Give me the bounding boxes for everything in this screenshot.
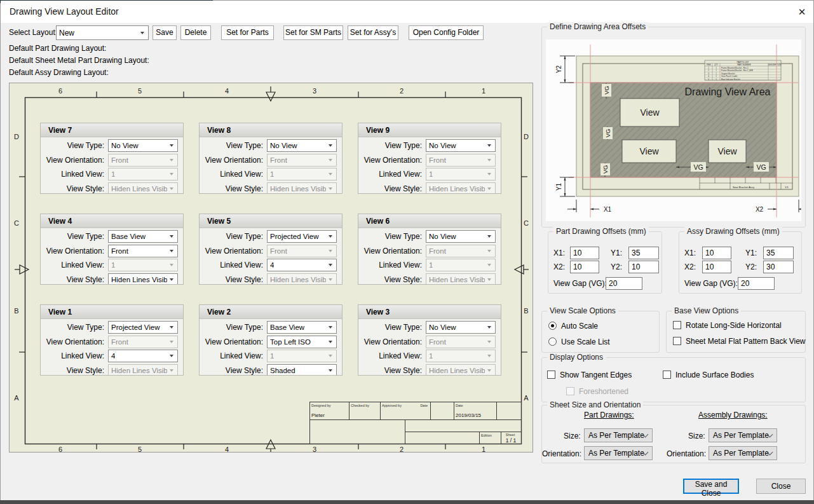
view-orientation-value: Front xyxy=(270,247,287,255)
view-7-view-type-combo[interactable]: No View xyxy=(108,139,178,152)
view-5-view-type-combo[interactable]: Projected View xyxy=(267,230,337,243)
view-4-view-style-combo[interactable]: Hiden Lines Visible xyxy=(108,273,178,285)
save-button[interactable]: Save xyxy=(153,25,177,40)
rotate-long-side-checkbox[interactable] xyxy=(673,321,681,329)
open-config-folder-button[interactable]: Open Config Folder xyxy=(409,25,484,40)
assy-x2-label: X2: xyxy=(684,262,696,271)
assembly-orientation-combo[interactable]: As Per Template xyxy=(709,446,777,460)
default-sheet-metal-layout-label: Default Sheet Metal Part Drawing Layout: xyxy=(9,56,149,65)
view-type-value: No View xyxy=(111,142,139,149)
view-orientation-value: Front xyxy=(111,156,128,164)
view-style-value: Hiden Lines Visible xyxy=(270,276,326,283)
zone-marking: 5 xyxy=(138,446,142,452)
view-7-view-orientation-combo: Front xyxy=(108,154,178,167)
use-scale-list-label: Use Scale List xyxy=(561,337,610,346)
linked-view-value: 1 xyxy=(429,261,433,269)
view-6-view-orientation-combo: Front xyxy=(426,245,496,257)
assembly-size-label: Size: xyxy=(688,432,705,440)
auto-scale-radio[interactable] xyxy=(548,322,557,330)
view-9-view-type-combo[interactable]: No View xyxy=(426,139,496,152)
view-5-view-orientation-combo: Front xyxy=(267,245,337,257)
zone-marking: 4 xyxy=(225,87,229,95)
view-1-view-type-combo[interactable]: Projected View xyxy=(108,321,178,334)
view-1-view-style-combo: Hiden Lines Visible xyxy=(108,364,178,376)
view-8-linked-view-combo: 1 xyxy=(267,168,337,180)
part-orientation-combo[interactable]: As Per Template xyxy=(584,446,653,460)
zone-marking: PART NUMBER xyxy=(737,64,751,66)
view-orientation-value: Front xyxy=(429,156,446,164)
set-for-assy-s-button[interactable]: Set for Assy's xyxy=(348,25,398,40)
view-3-view-type-combo[interactable]: No View xyxy=(426,321,496,334)
include-surface-bodies-checkbox[interactable] xyxy=(663,371,671,379)
view-style-label: View Style: xyxy=(41,366,104,375)
assy-vg-input[interactable]: 20 xyxy=(738,277,775,290)
zone-marking: Rear Indicator Bracket xyxy=(721,78,740,81)
save-and-close-button[interactable]: Save and Close xyxy=(683,479,739,494)
view-5-linked-view-combo[interactable]: 4 xyxy=(267,259,337,271)
view-6-group: View 6View Type:No ViewView Orientation:… xyxy=(358,214,501,285)
linked-view-label: Linked View: xyxy=(200,170,263,179)
base-view-options-title: Base View Options xyxy=(672,306,741,315)
part-x2-input[interactable]: 10 xyxy=(570,261,599,273)
view-orientation-value: Top Left ISO xyxy=(270,338,311,346)
part-vg-input[interactable]: 20 xyxy=(606,277,642,290)
svg-text:X1: X1 xyxy=(604,206,612,213)
assy-y1-label: Y1: xyxy=(745,249,757,257)
include-surface-bodies-label: Include Surface Bodies xyxy=(675,371,754,379)
assy-y1-input[interactable]: 35 xyxy=(763,247,794,259)
sheet-size-orientation-title: Sheet Size and Orientation xyxy=(547,400,643,409)
define-drawing-area-offsets-group: Define Drawing Area Offsets Drawing View… xyxy=(541,27,806,228)
view-4-view-type-combo[interactable]: Base View xyxy=(108,230,178,243)
view-type-label: View Type: xyxy=(358,323,422,332)
view-2-view-orientation-combo[interactable]: Top Left ISO xyxy=(267,336,337,348)
select-layout-combo[interactable]: New xyxy=(56,25,149,40)
view-1-linked-view-combo[interactable]: 4 xyxy=(108,350,178,362)
delete-button[interactable]: Delete xyxy=(180,25,211,40)
drawing-sheet-preview: 665544332211DDCCBBAA Designed by Pieter … xyxy=(9,83,533,453)
set-for-sm-parts-button[interactable]: Set for SM Parts xyxy=(283,25,343,40)
part-y1-input[interactable]: 35 xyxy=(628,247,659,259)
view-7-linked-view-combo: 1 xyxy=(108,168,178,180)
view-4-view-orientation-combo[interactable]: Front xyxy=(108,245,178,257)
zone-marking: D xyxy=(14,133,19,140)
view-style-value: Hiden Lines Visible xyxy=(111,367,167,374)
assy-x1-input[interactable]: 10 xyxy=(702,247,731,259)
part-size-combo[interactable]: As Per Template xyxy=(584,428,653,442)
view-5-view-style-combo: Hiden Lines Visible xyxy=(267,273,337,285)
linked-view-label: Linked View: xyxy=(200,261,263,269)
checked-by-label: Checked by xyxy=(351,404,369,407)
zone-marking: DESCRIPTION xyxy=(768,64,782,66)
date-label: Date xyxy=(420,404,428,407)
background-app-strip-bottom xyxy=(0,500,814,504)
flat-pattern-back-view-checkbox[interactable] xyxy=(673,337,681,345)
assembly-orientation-label: Orientation: xyxy=(667,449,706,458)
view-style-label: View Style: xyxy=(200,275,263,284)
view-orientation-label: View Orientation: xyxy=(41,156,104,165)
view-2-view-style-combo[interactable]: Shaded xyxy=(267,364,337,376)
zone-marking: 2 xyxy=(400,87,404,95)
close-button[interactable]: Close xyxy=(756,479,806,494)
set-for-parts-button[interactable]: Set for Parts xyxy=(221,25,274,40)
date2-label: Date xyxy=(456,404,463,407)
view-6-view-type-combo[interactable]: No View xyxy=(426,230,496,243)
view-9-view-orientation-combo: Front xyxy=(426,154,496,167)
assembly-size-combo[interactable]: As Per Template xyxy=(709,428,777,442)
view-8-title: View 8 xyxy=(200,123,342,137)
assy-y2-input[interactable]: 30 xyxy=(763,261,794,273)
part-x1-input[interactable]: 10 xyxy=(570,247,599,259)
close-icon[interactable]: ✕ xyxy=(794,4,810,20)
view-8-view-type-combo[interactable]: No View xyxy=(267,139,337,152)
view-style-label: View Style: xyxy=(200,366,263,375)
preview-sheet-number: 1/1 xyxy=(785,186,789,189)
show-tangent-edges-checkbox[interactable] xyxy=(547,371,555,379)
svg-text:VG: VG xyxy=(603,86,610,95)
part-y1-label: Y1: xyxy=(611,249,622,257)
view-orientation-label: View Orientation: xyxy=(41,247,104,255)
part-y2-input[interactable]: 10 xyxy=(628,261,659,273)
use-scale-list-radio[interactable] xyxy=(548,337,557,346)
zone-marking: A xyxy=(524,394,529,402)
assy-x2-input[interactable]: 10 xyxy=(702,261,731,273)
view-2-view-type-combo[interactable]: Base View xyxy=(267,321,337,334)
view-orientation-label: View Orientation: xyxy=(41,337,104,346)
view-type-value: Projected View xyxy=(270,233,319,240)
